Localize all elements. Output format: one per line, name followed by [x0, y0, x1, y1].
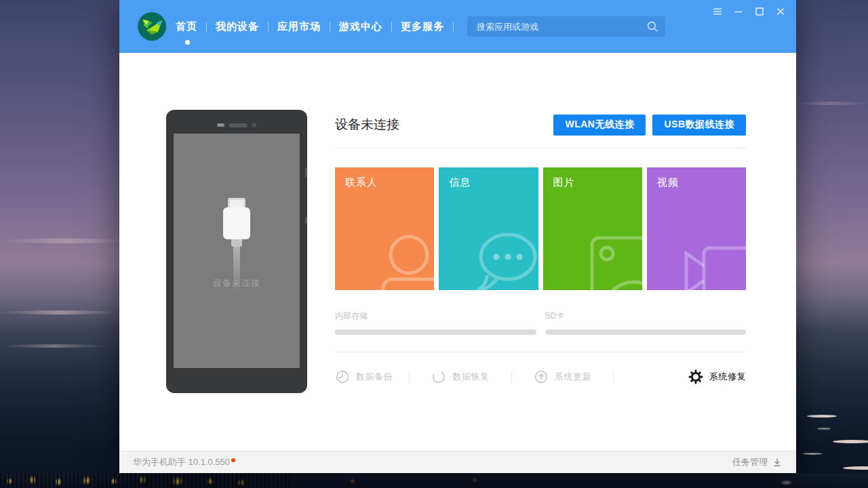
- messages-icon: [450, 220, 538, 290]
- phone-side-button: [305, 217, 307, 224]
- maximize-icon[interactable]: [755, 7, 764, 16]
- phone-sensor: [217, 123, 224, 127]
- system-repair-button[interactable]: 系统修复: [614, 369, 746, 384]
- title-bar: 首页 我的设备 应用市场 游戏中心 更多服务: [119, 0, 796, 53]
- nav-item-more-services[interactable]: 更多服务: [392, 20, 453, 33]
- divider: [335, 148, 746, 148]
- usb-plug-icon: [228, 198, 245, 208]
- water-glint: [833, 440, 868, 443]
- usb-plug-neck: [231, 239, 242, 247]
- task-manager-label: 任务管理: [732, 456, 768, 468]
- internal-storage-bar: [335, 329, 536, 335]
- data-backup-button[interactable]: 数据备份: [335, 369, 409, 384]
- repair-gear-icon: [688, 369, 703, 384]
- storage-label: 内部存储: [335, 310, 536, 322]
- main-panel: 设备未连接 WLAN无线连接 USB数据线连接 联系人 信息: [335, 110, 746, 387]
- contacts-icon: [349, 221, 434, 290]
- pictures-icon: [561, 226, 642, 290]
- app-window: 首页 我的设备 应用市场 游戏中心 更多服务: [119, 0, 796, 473]
- category-cards: 联系人 信息 图片: [335, 167, 746, 290]
- divider: [335, 352, 746, 352]
- wlan-connect-button[interactable]: WLAN无线连接: [553, 115, 646, 136]
- shore-lights: [0, 473, 868, 488]
- download-icon: [772, 457, 783, 468]
- water-glint: [817, 428, 831, 430]
- nav-item-my-devices[interactable]: 我的设备: [207, 20, 268, 33]
- cloud-streak: [793, 102, 868, 105]
- update-available-dot: [231, 458, 235, 462]
- device-preview: 设备未连接: [166, 110, 307, 393]
- action-label: 数据备份: [356, 371, 393, 383]
- cloud-streak: [0, 310, 119, 314]
- nav-separator: [453, 22, 454, 32]
- page-title: 设备未连接: [335, 116, 399, 134]
- nav-item-game-center[interactable]: 游戏中心: [330, 20, 391, 33]
- videos-icon: [666, 222, 746, 290]
- action-label: 系统更新: [555, 371, 591, 383]
- task-manager-button[interactable]: 任务管理: [732, 456, 783, 468]
- minimize-icon[interactable]: [734, 7, 743, 16]
- content-area: 设备未连接 设备未连接 WLAN无线连接 USB数据线连接 联系人: [119, 53, 796, 451]
- search-box: [467, 16, 665, 37]
- sd-card-storage: SD卡: [545, 310, 747, 335]
- hisuite-logo-icon: [138, 12, 166, 41]
- card-videos[interactable]: 视频: [647, 167, 746, 290]
- cloud-streak: [0, 344, 108, 348]
- nav-item-app-market[interactable]: 应用市场: [269, 20, 330, 33]
- main-nav: 首页 我的设备 应用市场 游戏中心 更多服务: [176, 20, 454, 33]
- card-label: 联系人: [345, 176, 378, 189]
- version-label: 华为手机助手 10.1.0.550: [133, 456, 230, 468]
- app-version-text: 华为手机助手 10.1.0.550: [133, 456, 235, 468]
- storage-section: 内部存储 SD卡: [335, 310, 746, 335]
- usb-connect-button[interactable]: USB数据线连接: [652, 115, 746, 136]
- phone-camera: [252, 123, 256, 127]
- usb-plug-body: [223, 207, 250, 239]
- card-label: 信息: [449, 176, 471, 189]
- card-label: 视频: [657, 176, 679, 189]
- device-status-text: 设备未连接: [174, 277, 300, 289]
- action-label: 系统修复: [709, 371, 746, 383]
- tool-actions: 数据备份 数据恢复 系统更新: [335, 367, 746, 387]
- cloud-streak: [0, 239, 129, 243]
- system-update-button[interactable]: 系统更新: [512, 369, 614, 384]
- card-contacts[interactable]: 联系人: [335, 167, 434, 290]
- internal-storage: 内部存储: [335, 310, 536, 335]
- data-restore-button[interactable]: 数据恢复: [410, 369, 511, 384]
- water-glint: [843, 466, 868, 470]
- phone-screen: 设备未连接: [174, 134, 300, 368]
- connection-row: 设备未连接 WLAN无线连接 USB数据线连接: [335, 110, 746, 140]
- sd-card-storage-bar: [545, 329, 747, 335]
- phone-earpiece: [229, 123, 248, 127]
- phone-side-button: [305, 167, 307, 177]
- status-bar: 华为手机助手 10.1.0.550 任务管理: [119, 451, 796, 473]
- menu-icon[interactable]: [713, 7, 722, 16]
- update-arrow-icon: [534, 369, 549, 384]
- backup-clock-icon: [335, 369, 350, 384]
- restore-arc-icon: [431, 369, 446, 384]
- water-glint: [807, 415, 837, 418]
- nav-item-home[interactable]: 首页: [176, 20, 206, 33]
- connect-buttons: WLAN无线连接 USB数据线连接: [553, 115, 746, 136]
- card-pictures[interactable]: 图片: [543, 167, 642, 290]
- water-glint: [803, 453, 822, 455]
- action-label: 数据恢复: [452, 371, 489, 383]
- search-input[interactable]: [467, 16, 665, 37]
- storage-label: SD卡: [545, 310, 747, 322]
- card-messages[interactable]: 信息: [439, 167, 538, 290]
- window-controls: [713, 7, 785, 16]
- card-label: 图片: [553, 176, 575, 189]
- close-icon[interactable]: [776, 7, 785, 16]
- search-icon[interactable]: [646, 20, 658, 33]
